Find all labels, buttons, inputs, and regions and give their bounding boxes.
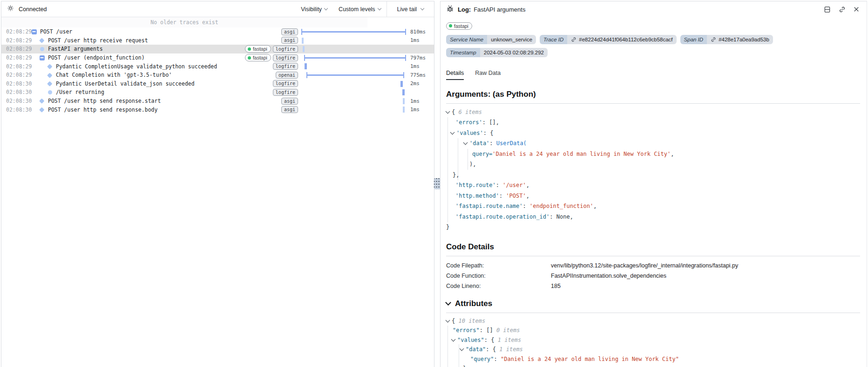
trace-timestamp: 02:08:29 bbox=[1, 28, 31, 35]
span-name: POST /user http send response.body bbox=[48, 107, 157, 113]
chip-value: unknown_service bbox=[487, 35, 536, 44]
trace-row[interactable]: 02:08:30 POST /user http send response.b… bbox=[1, 105, 434, 114]
trace-panel-controls: Visibility Custom levels Live tail bbox=[295, 1, 434, 17]
code-line: "errors": [] 0 items bbox=[446, 326, 860, 335]
collapse-chevron-icon[interactable] bbox=[445, 300, 451, 306]
duration-bar bbox=[301, 71, 406, 80]
close-icon[interactable] bbox=[854, 7, 859, 12]
logfire-badge: logfire bbox=[273, 89, 298, 96]
live-tail-label: Live tail bbox=[397, 6, 417, 13]
code-detail-label: Code Function: bbox=[446, 271, 551, 281]
duration-bar bbox=[301, 88, 406, 97]
code-line: } bbox=[446, 222, 860, 233]
trace-row[interactable]: 02:08:29 POST /user http receive request… bbox=[1, 36, 434, 45]
code-details-heading: Code Details bbox=[446, 242, 860, 252]
span-badges: asgi bbox=[281, 98, 301, 105]
trace-row[interactable]: 02:08:29 Pydantic CompletionUsage valida… bbox=[1, 62, 434, 71]
collapse-chevron-icon[interactable] bbox=[446, 318, 450, 322]
span-name: Pydantic UserDetail validate_json succee… bbox=[56, 80, 195, 87]
duration-label: 797ms bbox=[406, 55, 434, 61]
span-kind-icon bbox=[39, 107, 45, 113]
panel-layout-icon[interactable] bbox=[824, 6, 831, 13]
duration-bar-shape bbox=[301, 29, 406, 35]
link-icon[interactable] bbox=[571, 37, 576, 42]
duration-label: 775ms bbox=[406, 72, 434, 78]
duration-bar bbox=[301, 36, 406, 45]
collapse-chevron-icon[interactable] bbox=[446, 109, 450, 113]
code-detail-value: FastAPIInstrumentation.solve_dependencie… bbox=[551, 271, 666, 281]
connection-status: Connected bbox=[1, 5, 47, 13]
detail-panel-actions bbox=[824, 6, 859, 13]
code-detail-label: Code Filepath: bbox=[446, 260, 551, 271]
collapse-chevron-icon[interactable] bbox=[463, 140, 468, 145]
trace-timestamp: 02:08:29 bbox=[1, 46, 31, 52]
span-name: Chat Completion with 'gpt-3.5-turbo' bbox=[56, 72, 172, 78]
bug-icon bbox=[446, 5, 454, 14]
duration-label: 1ms bbox=[406, 107, 434, 113]
settings-gear-icon[interactable] bbox=[7, 5, 14, 13]
span-kind-icon bbox=[31, 29, 37, 34]
green-dot-icon bbox=[248, 56, 251, 60]
code-line: "query": "Daniel is a 24 year old man li… bbox=[446, 354, 860, 364]
span-badges: logfire bbox=[273, 80, 301, 87]
code-line: 'errors': [], bbox=[446, 117, 860, 128]
span-badges: fastapilogfire bbox=[245, 54, 301, 61]
live-tail-dropdown[interactable]: Live tail bbox=[387, 1, 434, 17]
span-name: Pydantic CompletionUsage validate_python… bbox=[56, 63, 217, 70]
fastapi-badge: fastapi bbox=[245, 45, 271, 53]
chip-label: Span ID bbox=[680, 35, 707, 44]
duration-bar bbox=[301, 27, 406, 36]
duration-bar bbox=[301, 53, 406, 62]
span-badges: openai bbox=[276, 72, 301, 79]
metadata-chips: Service Name unknown_service Trace ID #e… bbox=[446, 35, 856, 57]
duration-label: 2ms bbox=[406, 80, 434, 87]
collapse-chevron-icon[interactable] bbox=[460, 347, 464, 351]
code-detail-row: Code Lineno: 185 bbox=[446, 281, 860, 291]
duration-bar-shape bbox=[303, 46, 305, 52]
trace-row[interactable]: 02:08:30 POST /user http send response.s… bbox=[1, 97, 434, 106]
code-detail-label: Code Lineno: bbox=[446, 281, 551, 291]
trace-panel-header: Connected Visibility Custom levels Live … bbox=[1, 1, 434, 17]
trace-row[interactable]: 02:08:30 Pydantic UserDetail validate_js… bbox=[1, 80, 434, 88]
code-line: }, bbox=[446, 170, 860, 180]
trace-row[interactable]: 02:08:30 /User returning logfire bbox=[1, 88, 434, 97]
duration-bar bbox=[301, 105, 406, 114]
span-badges: fastapilogfire bbox=[245, 45, 301, 53]
span-badges: asgi bbox=[281, 37, 301, 44]
visibility-dropdown[interactable]: Visibility bbox=[295, 6, 333, 13]
copy-link-icon[interactable] bbox=[839, 6, 846, 13]
trace-timestamp: 02:08:30 bbox=[1, 107, 31, 113]
tab-details[interactable]: Details bbox=[446, 70, 464, 80]
chevron-down-icon bbox=[420, 7, 424, 10]
trace-row[interactable]: 02:08:29 FastAPI arguments fastapilogfir… bbox=[1, 45, 434, 53]
code-line: 'fastapi.route.name': 'endpoint_function… bbox=[446, 201, 860, 212]
code-line: 'values': { bbox=[446, 128, 860, 139]
duration-bar bbox=[301, 80, 406, 88]
code-line: 'fastapi.route.operation_id': None, bbox=[446, 212, 860, 222]
duration-label: 1ms bbox=[406, 37, 434, 43]
duration-bar bbox=[301, 62, 406, 71]
detail-tabs: Details Raw Data bbox=[446, 70, 860, 80]
span-kind-icon bbox=[39, 46, 45, 52]
logfire-badge: logfire bbox=[273, 80, 298, 87]
trace-row[interactable]: 02:08:29 POST /user (endpoint_function) … bbox=[1, 53, 434, 62]
code-detail-row: Code Filepath: venv/lib/python3.12/site-… bbox=[446, 260, 860, 271]
custom-levels-dropdown[interactable]: Custom levels bbox=[333, 6, 387, 13]
detail-panel-body: fastapi Service Name unknown_service Tra… bbox=[441, 17, 867, 367]
collapse-chevron-icon[interactable] bbox=[451, 337, 456, 341]
code-line: { 10 items bbox=[446, 316, 860, 326]
span-name: POST /user bbox=[40, 28, 72, 35]
trace-row[interactable]: 02:08:29 POST /user asgi 810ms bbox=[1, 27, 434, 36]
panel-resize-handle[interactable] bbox=[434, 0, 440, 367]
span-name: POST /user http send response.start bbox=[48, 98, 161, 104]
collapse-chevron-icon[interactable] bbox=[450, 130, 455, 134]
span-kind-icon bbox=[47, 81, 53, 87]
connection-status-label: Connected bbox=[19, 6, 47, 13]
trace-row[interactable]: 02:08:29 Chat Completion with 'gpt-3.5-t… bbox=[1, 71, 434, 80]
tab-raw-data[interactable]: Raw Data bbox=[475, 70, 501, 80]
trace-panel: Connected Visibility Custom levels Live … bbox=[1, 1, 434, 367]
code-line: 'http.route': '/user', bbox=[446, 180, 860, 191]
chip-label: Trace ID bbox=[540, 35, 567, 44]
log-title: FastAPI arguments bbox=[474, 6, 525, 13]
link-icon[interactable] bbox=[711, 37, 716, 42]
